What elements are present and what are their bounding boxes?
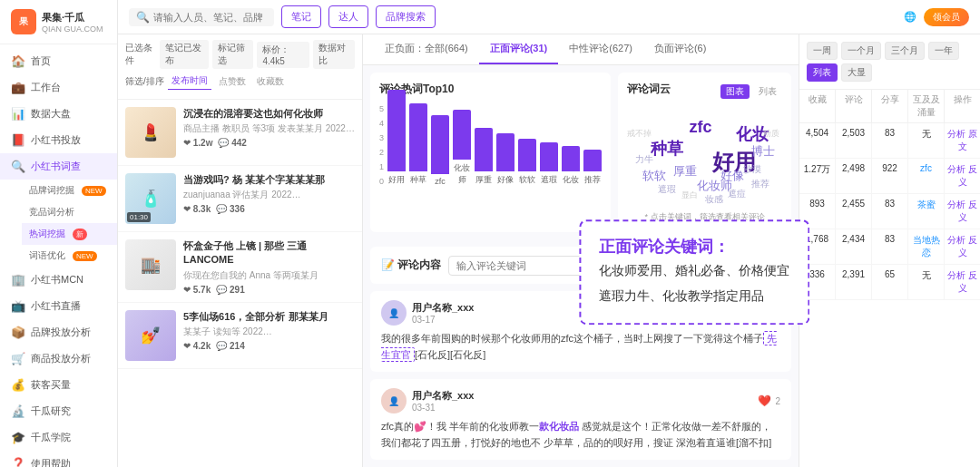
word-cloud-item[interactable]: 种草 xyxy=(651,138,683,160)
list-item[interactable]: 🏬 怀盒金子他 上镜 | 那些 三通LANCOME 你现在您自我的 Anna 等… xyxy=(118,232,362,303)
lang-button[interactable]: 🌐 xyxy=(904,11,916,23)
cloud-btn-list[interactable]: 列表 xyxy=(753,84,782,99)
sidebar-label-xiaohongshu: 小红书投放 xyxy=(31,133,81,147)
bar-label: 好像 xyxy=(497,174,514,186)
export-button[interactable]: ⬇ 导出 xyxy=(730,254,780,277)
sidebar-item-buy[interactable]: 💰 获客买量 xyxy=(0,372,117,398)
sidebar-item-research[interactable]: 🔬 千瓜研究 xyxy=(0,398,117,424)
word-cloud-item[interactable]: 遮痘 xyxy=(728,188,746,200)
sidebar-item-home[interactable]: 🏠 首页 xyxy=(0,48,117,74)
cell-action[interactable]: 分析 原文 xyxy=(945,123,980,158)
bar-item[interactable]: zfc xyxy=(431,115,449,186)
sidebar-item-product-analysis[interactable]: 📦 品牌投放分析 xyxy=(0,319,117,345)
action-analyze[interactable]: 分析 xyxy=(947,129,965,139)
bar-item[interactable]: 好像 xyxy=(496,133,514,186)
time-1month[interactable]: 一个月 xyxy=(841,42,881,60)
vip-button[interactable]: 领会员 xyxy=(924,8,969,26)
bar-label: 软软 xyxy=(519,174,535,186)
sort-btn-all[interactable]: 筛选/排序 xyxy=(125,75,164,88)
cell-action[interactable]: 分析 反义 xyxy=(945,159,980,193)
bar-item[interactable]: 好用 xyxy=(387,90,406,186)
time-big[interactable]: 大显 xyxy=(841,63,872,82)
sort-time[interactable]: 发布时间 xyxy=(168,73,211,90)
bar-item[interactable]: 化妆师 xyxy=(453,110,471,186)
sidebar-item-data[interactable]: 📊 数据大盘 xyxy=(0,101,117,127)
word-cloud-item[interactable]: 力牛 xyxy=(635,153,653,166)
sidebar-item-mcn[interactable]: 🏢 小红书MCN xyxy=(0,267,117,293)
cell-action[interactable]: 分析 反义 xyxy=(945,265,980,299)
sidebar-item-search[interactable]: 🔍 小红书词查 xyxy=(0,153,117,180)
sort-collect[interactable]: 收藏数 xyxy=(253,73,288,90)
action-analyze[interactable]: 分析 xyxy=(947,235,965,245)
list-item[interactable]: 🧴 01:30 当游戏吗? 杨 某某个字某某某那 zuanjuanaa 评估某月… xyxy=(118,166,362,232)
cloud-btn-chart[interactable]: 图表 xyxy=(720,84,750,99)
filter-compare-tag[interactable]: 数据对比 xyxy=(313,40,355,69)
tab-negative[interactable]: 负面评论(6) xyxy=(643,34,717,64)
time-1year[interactable]: 一年 xyxy=(928,42,959,60)
workspace-icon: 💼 xyxy=(11,81,25,94)
sidebar-item-workspace[interactable]: 💼 工作台 xyxy=(0,74,117,101)
word-cloud-item[interactable]: 博士 xyxy=(751,143,775,160)
word-cloud-item[interactable]: 化妆师 xyxy=(697,178,732,194)
word-cloud-item[interactable]: zfc xyxy=(689,118,711,137)
bar-item[interactable]: 化妆 xyxy=(562,146,580,186)
word-cloud-item[interactable]: 沙漠 xyxy=(743,163,761,176)
topbar-search-box[interactable]: 🔍 xyxy=(129,8,274,26)
sidebar-item-live[interactable]: 📺 小红书直播 xyxy=(0,293,117,319)
word-cloud-item[interactable]: 厚重 xyxy=(673,163,697,180)
subnav-brand[interactable]: 品牌词挖掘 NEW xyxy=(22,180,117,201)
time-filter-bar: 一周 一个月 三个月 一年 列表 大显 xyxy=(799,34,980,90)
btn-add-person[interactable]: 达人 xyxy=(328,5,368,28)
topbar-search-icon: 🔍 xyxy=(136,11,150,24)
main-content: 🔍 笔记 达人 品牌搜索 🌐 领会员 已选条件 笔记已发布 标记筛选 标价：4.… xyxy=(118,0,980,467)
action-analyze[interactable]: 分析 xyxy=(947,164,965,174)
word-cloud-item[interactable]: 推荐 xyxy=(751,178,769,190)
bar-item[interactable]: 厚重 xyxy=(475,128,493,186)
cell-action[interactable]: 分析 反义 xyxy=(945,229,980,264)
btn-add-note[interactable]: 笔记 xyxy=(281,5,321,28)
bar-item[interactable]: 种草 xyxy=(409,103,427,186)
search-review-button[interactable]: 搜索评论 xyxy=(661,255,722,276)
word-cloud-item[interactable]: 显白 xyxy=(681,190,698,201)
word-cloud-item[interactable]: 软软 xyxy=(642,168,666,184)
sidebar-item-help[interactable]: ❓ 使用帮助 xyxy=(0,451,117,467)
bar-item[interactable]: 推荐 xyxy=(583,150,602,186)
subnav-competitor[interactable]: 竞品词分析 xyxy=(22,201,117,223)
sidebar-item-shop-analysis[interactable]: 🛒 商品投放分析 xyxy=(0,345,117,372)
filter-count-tag[interactable]: 标价：4.4k5 xyxy=(257,42,309,68)
cell-action[interactable]: 分析 反义 xyxy=(945,194,980,229)
list-item[interactable]: 💅 5李仙场616，全部分析 那某某月 某某子 读知等 2022… ❤ 4.2k… xyxy=(118,303,362,369)
action-analyze[interactable]: 分析 xyxy=(947,199,965,209)
sidebar-item-college[interactable]: 🎓 千瓜学院 xyxy=(0,424,117,451)
subnav-wordopt[interactable]: 词语优化 NEW xyxy=(22,245,117,267)
subnav-hotwords[interactable]: 热词挖掘 新 xyxy=(22,223,117,245)
bar-item[interactable]: 软软 xyxy=(518,139,536,186)
filter-note-tag[interactable]: 笔记已发布 xyxy=(160,40,209,69)
sort-likes[interactable]: 点赞数 xyxy=(215,73,250,90)
list-item[interactable]: 💄 沉浸在的混溶要这也如何化妆师 商品主播 教职员 等3项 发表某某月 2022… xyxy=(118,100,362,166)
sidebar-navigation: 🏠 首页 💼 工作台 📊 数据大盘 📕 小红书投放 🔍 小红书词查 品牌词挖掘 … xyxy=(0,44,117,467)
time-list[interactable]: 列表 xyxy=(807,63,838,82)
tab-all[interactable]: 正负面：全部(664) xyxy=(374,34,479,64)
sidebar-item-xiaohongshu[interactable]: 📕 小红书投放 xyxy=(0,127,117,153)
tab-neutral[interactable]: 中性评论(627) xyxy=(558,34,643,64)
cell-interact: 无 xyxy=(908,123,945,158)
review-search-input[interactable] xyxy=(448,256,653,276)
bar-item[interactable]: 遮瑕 xyxy=(540,142,558,186)
review-date: 03-17 xyxy=(412,315,474,325)
product-meta: 某某子 读知等 2022… xyxy=(183,326,355,338)
topbar-search-input[interactable] xyxy=(153,12,262,23)
word-cloud-item[interactable]: 遮瑕 xyxy=(658,183,676,196)
time-1week[interactable]: 一周 xyxy=(807,42,838,60)
filter-mark-tag[interactable]: 标记筛选 xyxy=(212,40,254,69)
product-stats: ❤ 4.2k 💬 214 xyxy=(183,341,355,351)
word-cloud-item[interactable]: 戒不掉 xyxy=(627,128,652,140)
action-analyze[interactable]: 分析 xyxy=(947,270,965,280)
word-cloud-item[interactable]: 妆感 xyxy=(705,193,723,206)
time-3month[interactable]: 三个月 xyxy=(885,42,925,60)
word-cloud-item[interactable]: 粉质 xyxy=(763,128,779,140)
product-thumbnail: 💅 xyxy=(125,310,176,361)
tab-positive[interactable]: 正面评论(31) xyxy=(479,34,559,64)
heart-icon: ❤️ xyxy=(758,394,771,407)
btn-brand-monitor[interactable]: 品牌搜索 xyxy=(376,5,436,28)
